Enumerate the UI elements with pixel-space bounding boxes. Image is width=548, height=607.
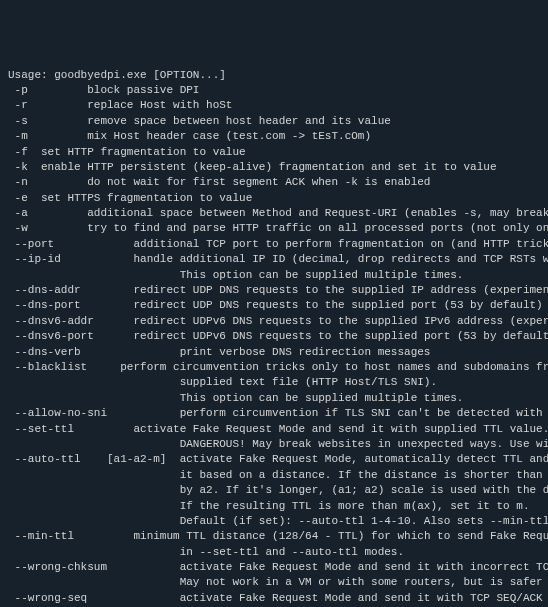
long-opt-6: --dns-verb print verbose DNS redirection… xyxy=(8,345,540,360)
long-opt-3: --dns-port redirect UDP DNS requests to … xyxy=(8,298,540,313)
long-opt-12: --wrong-chksum activate Fake Request Mod… xyxy=(8,560,540,575)
long-opt-7: --blacklist perform circumvention tricks… xyxy=(8,360,540,375)
long-opt-10-cont-1: it based on a distance. If the distance … xyxy=(8,468,540,483)
long-opt-4: --dnsv6-addr redirect UDPv6 DNS requests… xyxy=(8,314,540,329)
long-opt-9: --set-ttl activate Fake Request Mode and… xyxy=(8,422,540,437)
short-opt-4: -f set HTTP fragmentation to value xyxy=(8,145,540,160)
short-opt-8: -a additional space between Method and R… xyxy=(8,206,540,221)
long-opt-0: --port additional TCP port to perform fr… xyxy=(8,237,540,252)
long-opt-8: --allow-no-sni perform circumvention if … xyxy=(8,406,540,421)
short-opt-0: -p block passive DPI xyxy=(8,83,540,98)
long-opt-13: --wrong-seq activate Fake Request Mode a… xyxy=(8,591,540,606)
long-opt-11-cont-1: in --set-ttl and --auto-ttl modes. xyxy=(8,545,540,560)
long-opt-2: --dns-addr redirect UDP DNS requests to … xyxy=(8,283,540,298)
usage-line: Usage: goodbyedpi.exe [OPTION...] xyxy=(8,68,540,83)
long-opt-5: --dnsv6-port redirect UDPv6 DNS requests… xyxy=(8,329,540,344)
long-opt-9-cont-1: DANGEROUS! May break websites in unexpec… xyxy=(8,437,540,452)
long-opt-1: --ip-id handle additional IP ID (decimal… xyxy=(8,252,540,267)
short-opt-5: -k enable HTTP persistent (keep-alive) f… xyxy=(8,160,540,175)
terminal-output: Usage: goodbyedpi.exe [OPTION...] -p blo… xyxy=(8,68,540,607)
long-opt-10-cont-3: If the resulting TTL is more than m(ax),… xyxy=(8,499,540,514)
long-opt-11: --min-ttl minimum TTL distance (128/64 -… xyxy=(8,529,540,544)
long-opt-10: --auto-ttl [a1-a2-m] activate Fake Reque… xyxy=(8,452,540,467)
short-opt-1: -r replace Host with hoSt xyxy=(8,98,540,113)
long-opt-10-cont-4: Default (if set): --auto-ttl 1-4-10. Als… xyxy=(8,514,540,529)
long-opt-7-cont-2: This option can be supplied multiple tim… xyxy=(8,391,540,406)
long-opt-12-cont-1: May not work in a VM or with some router… xyxy=(8,575,540,590)
long-opt-1-cont-1: This option can be supplied multiple tim… xyxy=(8,268,540,283)
long-opt-10-cont-2: by a2. If it's longer, (a1; a2) scale is… xyxy=(8,483,540,498)
short-opt-3: -m mix Host header case (test.com -> tEs… xyxy=(8,129,540,144)
short-opt-2: -s remove space between host header and … xyxy=(8,114,540,129)
short-opt-6: -n do not wait for first segment ACK whe… xyxy=(8,175,540,190)
short-opt-9: -w try to find and parse HTTP traffic on… xyxy=(8,221,540,236)
long-opt-7-cont-1: supplied text file (HTTP Host/TLS SNI). xyxy=(8,375,540,390)
short-opt-7: -e set HTTPS fragmentation to value xyxy=(8,191,540,206)
